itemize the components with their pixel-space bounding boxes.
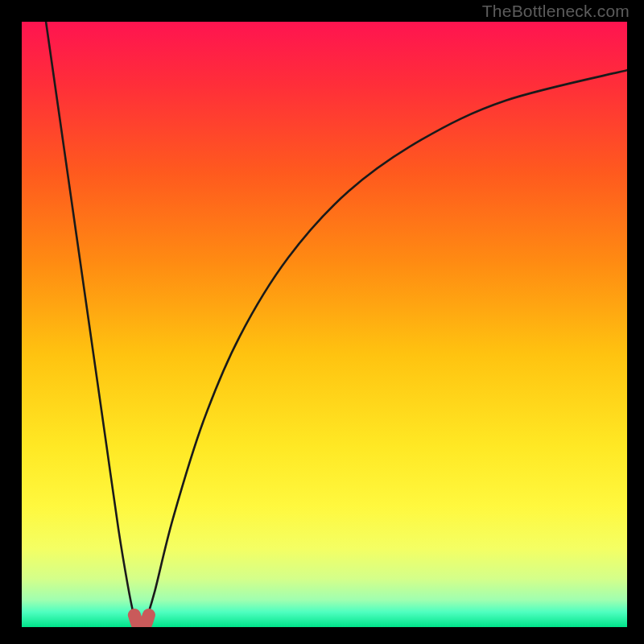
chart-frame: TheBottleneck.com bbox=[0, 0, 644, 644]
gradient-background bbox=[22, 22, 627, 627]
gradient-plot-svg bbox=[22, 22, 627, 627]
watermark-label: TheBottleneck.com bbox=[482, 2, 630, 21]
minimum-marker bbox=[134, 615, 149, 627]
plot-area bbox=[22, 22, 627, 627]
